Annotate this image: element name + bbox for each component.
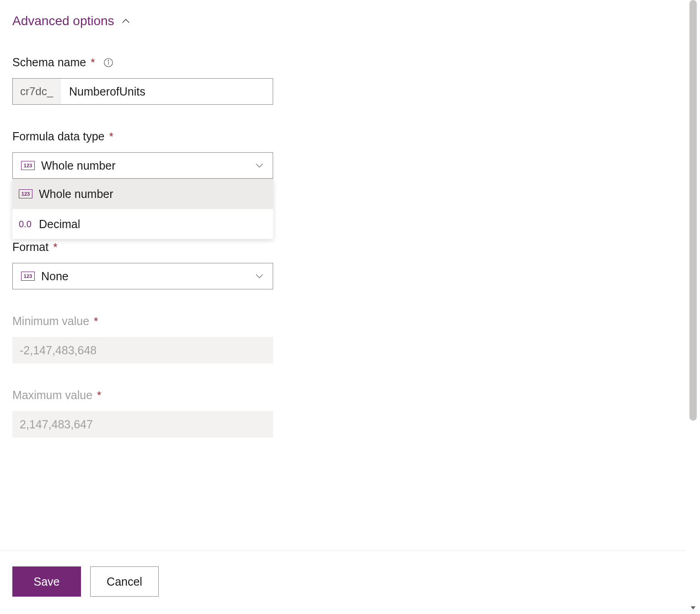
number-123-icon: 123: [21, 161, 35, 170]
minimum-value-input: -2,147,483,648: [12, 337, 273, 363]
maximum-value-label-text: Maximum value: [12, 389, 92, 402]
svg-text:123: 123: [24, 273, 32, 279]
scrollbar-down-arrow[interactable]: [689, 603, 698, 612]
schema-name-label: Schema name *: [12, 56, 273, 69]
required-asterisk: *: [91, 56, 95, 69]
schema-name-input-wrap: cr7dc_: [12, 78, 273, 105]
dropdown-option-whole-number[interactable]: 123 Whole number: [12, 179, 273, 209]
schema-name-prefix: cr7dc_: [13, 79, 61, 104]
schema-name-label-text: Schema name: [12, 56, 86, 69]
svg-marker-9: [691, 606, 696, 609]
scrollbar-track[interactable]: [688, 0, 698, 614]
required-asterisk: *: [97, 389, 101, 402]
maximum-value-field: Maximum value * 2,147,483,647: [12, 389, 273, 438]
formula-data-type-field: Formula data type * 123 Whole number: [12, 130, 273, 179]
dropdown-option-decimal[interactable]: 0.0 Decimal: [12, 209, 273, 239]
save-button[interactable]: Save: [12, 566, 81, 597]
minimum-value-label-text: Minimum value: [12, 315, 89, 328]
maximum-value-label: Maximum value *: [12, 389, 273, 402]
chevron-down-icon: [254, 271, 264, 281]
footer: Save Cancel: [0, 550, 686, 614]
svg-point-2: [108, 60, 108, 60]
number-123-icon: 123: [19, 189, 32, 198]
required-asterisk: *: [109, 130, 113, 143]
format-label-text: Format: [12, 240, 48, 254]
chevron-up-icon: [121, 16, 131, 26]
info-icon[interactable]: [103, 58, 113, 68]
format-selected: None: [41, 270, 248, 283]
dropdown-option-label: Decimal: [39, 218, 80, 231]
format-select[interactable]: 123 None: [12, 263, 273, 289]
required-asterisk: *: [94, 315, 98, 328]
cancel-button[interactable]: Cancel: [90, 566, 159, 597]
svg-text:123: 123: [24, 163, 32, 168]
schema-name-input[interactable]: [61, 79, 273, 104]
minimum-value-label: Minimum value *: [12, 315, 273, 328]
advanced-options-label: Advanced options: [12, 14, 114, 28]
format-field: Format * 123 None: [12, 240, 273, 289]
advanced-options-toggle[interactable]: Advanced options: [12, 14, 131, 28]
dropdown-option-label: Whole number: [39, 187, 113, 201]
svg-text:123: 123: [22, 191, 30, 197]
minimum-value-field: Minimum value * -2,147,483,648: [12, 315, 273, 363]
formula-data-type-label-text: Formula data type: [12, 130, 105, 143]
chevron-down-icon: [254, 160, 264, 171]
schema-name-field: Schema name * cr7dc_: [12, 56, 273, 105]
required-asterisk: *: [53, 241, 57, 254]
decimal-icon: 0.0: [19, 219, 32, 230]
scrollbar-thumb[interactable]: [689, 0, 697, 421]
formula-data-type-selected: Whole number: [41, 159, 248, 172]
format-label: Format *: [12, 240, 273, 254]
maximum-value-input: 2,147,483,647: [12, 411, 273, 438]
formula-data-type-dropdown: 123 Whole number 0.0 Decimal: [12, 179, 273, 239]
formula-data-type-select[interactable]: 123 Whole number: [12, 152, 273, 179]
formula-data-type-label: Formula data type *: [12, 130, 273, 143]
number-123-icon: 123: [21, 272, 35, 281]
